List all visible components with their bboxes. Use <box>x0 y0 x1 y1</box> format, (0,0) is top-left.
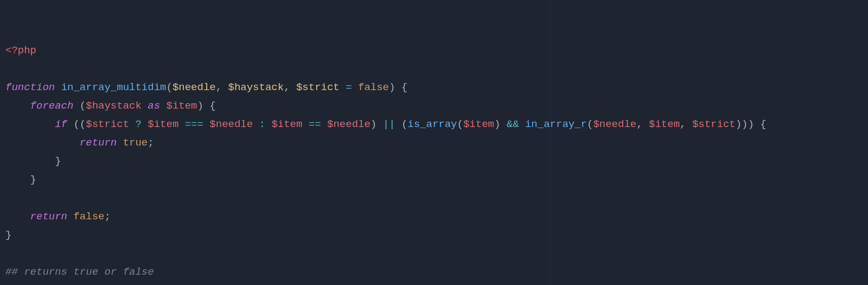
var-haystack: $haystack <box>86 100 142 112</box>
brace-open: { <box>209 100 215 112</box>
brace-close: } <box>55 155 61 167</box>
paren-close: ) <box>736 118 742 130</box>
indent <box>5 137 80 149</box>
fn-in-array-r: in_array_r <box>525 118 587 130</box>
param-strict: $strict <box>296 81 340 93</box>
paren-open: ( <box>80 118 86 130</box>
ruler-guide <box>550 0 551 285</box>
keyword-return: return <box>80 137 117 149</box>
var-strict: $strict <box>692 118 736 130</box>
comma: , <box>284 81 290 93</box>
op-ternary-c: : <box>259 118 265 130</box>
indent <box>5 174 30 186</box>
param-haystack: $haystack <box>228 81 284 93</box>
var-item: $item <box>167 100 197 112</box>
comma: , <box>636 118 642 130</box>
code-editor[interactable]: <?php function in_array_multidim($needle… <box>0 0 868 285</box>
keyword-if: if <box>55 118 67 130</box>
comma: , <box>216 81 222 93</box>
op-or: || <box>383 118 395 130</box>
paren-open: ( <box>401 118 407 130</box>
var-needle: $needle <box>209 118 253 130</box>
var-item: $item <box>649 118 680 130</box>
comma: , <box>680 118 686 130</box>
op-identical: === <box>185 118 203 130</box>
semicolon: ; <box>148 137 154 149</box>
keyword-function: function <box>5 81 55 93</box>
paren-open: ( <box>80 100 86 112</box>
var-needle: $needle <box>327 118 371 130</box>
var-item: $item <box>148 118 178 130</box>
semicolon: ; <box>104 211 110 223</box>
indent <box>5 211 30 223</box>
op-ternary-q: ? <box>135 118 141 130</box>
keyword-return: return <box>30 211 67 223</box>
op-equal: == <box>309 118 321 130</box>
brace-open: { <box>760 118 766 130</box>
paren-open: ( <box>166 81 172 93</box>
brace-close: } <box>5 229 11 241</box>
var-needle: $needle <box>593 118 636 130</box>
paren-close: ) <box>748 118 754 130</box>
paren-close: ) <box>197 100 203 112</box>
keyword-as: as <box>148 100 160 112</box>
op-and: && <box>507 118 519 130</box>
paren-close: ) <box>742 118 748 130</box>
paren-close: ) <box>371 118 376 130</box>
paren-close: ) <box>494 118 500 130</box>
php-open-tag: <?php <box>5 45 36 56</box>
paren-open: ( <box>73 118 79 130</box>
var-item: $item <box>463 118 494 130</box>
indent <box>5 100 30 112</box>
comment: ## returns true or false <box>5 266 154 278</box>
bool-false: false <box>73 211 104 223</box>
bool-true: true <box>123 137 148 149</box>
paren-open: ( <box>457 118 463 130</box>
var-item: $item <box>271 118 302 130</box>
indent <box>5 118 55 130</box>
paren-open: ( <box>587 118 593 130</box>
var-strict: $strict <box>86 118 129 130</box>
brace-open: { <box>401 81 407 93</box>
param-needle: $needle <box>173 81 216 93</box>
keyword-foreach: foreach <box>30 100 74 112</box>
fn-is-array: is_array <box>407 118 457 130</box>
indent <box>5 155 55 167</box>
function-name: in_array_multidim <box>61 81 167 93</box>
op-assign: = <box>346 81 352 93</box>
bool-false: false <box>358 81 389 93</box>
paren-close: ) <box>389 81 395 93</box>
brace-close: } <box>30 174 36 186</box>
